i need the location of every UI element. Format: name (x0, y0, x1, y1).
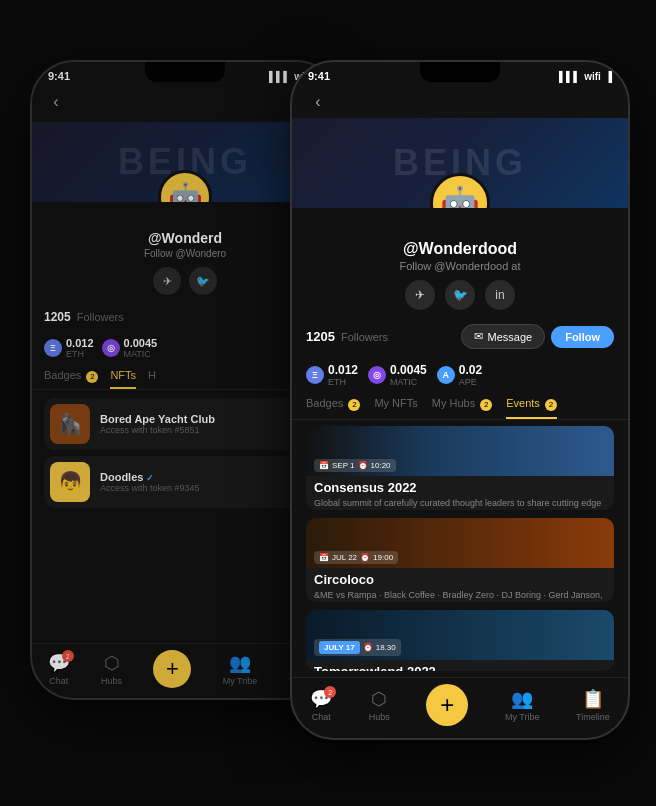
message-button[interactable]: ✉ Message (461, 324, 546, 349)
calendar-icon: 📅 (319, 461, 329, 470)
front-hubs-icon: ⬡ (371, 688, 387, 710)
back-eth-icon: Ξ (44, 339, 62, 357)
event-consensus-title: Consensus 2022 (306, 476, 614, 497)
front-tabs: Badges 2 My NFTs My Hubs 2 Events 2 (292, 393, 628, 420)
back-hubs-label: Hubs (101, 676, 122, 686)
nft-item-bored-ape[interactable]: 🦍 Bored Ape Yacht Club Access with token… (44, 398, 326, 450)
signal-icon: ▌▌▌ (269, 71, 290, 82)
back-nav-plus[interactable]: + (153, 650, 191, 688)
nft-info-doodles: Doodles ✓ Access with token #9345 (100, 471, 320, 493)
event-tomorrowland-date: JULY 17 ⏰ 18.30 (314, 639, 401, 656)
back-notch (145, 62, 225, 82)
front-tab-badges[interactable]: Badges 2 (306, 397, 360, 419)
nft-token-ape: Access with token #5851 (100, 425, 320, 435)
front-twitter-btn[interactable]: 🐦 (445, 280, 475, 310)
front-eth: Ξ 0.012 ETH (306, 363, 358, 387)
front-social-icons: ✈ 🐦 in (306, 280, 614, 310)
event-circoloco[interactable]: 📅 JUL 22 ⏰ 19:00 Circoloco &ME vs Rampa … (306, 518, 614, 602)
event-consensus-date: 📅 SEP 1 ⏰ 10:20 (314, 459, 396, 472)
nft-name-doodles: Doodles ✓ (100, 471, 320, 483)
back-twitter-btn[interactable]: 🐦 (189, 267, 217, 295)
event-tomorrowland-title: Tomorrowland 2022 (306, 660, 614, 671)
clock-icon: ⏰ (358, 461, 368, 470)
back-mytribe-icon: 👥 (229, 652, 251, 674)
front-nav-chat[interactable]: 💬 2 Chat (310, 688, 332, 722)
front-telegram-btn[interactable]: ✈ (405, 280, 435, 310)
front-status-icons: ▌▌▌ wifi ▐ (559, 71, 612, 82)
front-nav-mytribe[interactable]: 👥 My Tribe (505, 688, 540, 722)
front-matic: ◎ 0.0045 MATIC (368, 363, 427, 387)
back-eth-label: ETH (66, 349, 94, 359)
front-matic-icon: ◎ (368, 366, 386, 384)
front-eth-value: 0.012 (328, 363, 358, 377)
back-nav-hubs[interactable]: ⬡ Hubs (101, 652, 122, 686)
hubs-badge: 2 (480, 399, 492, 411)
circoloco-date: JUL 22 (332, 553, 357, 562)
front-timeline-label: Timeline (576, 712, 610, 722)
front-eth-label: ETH (328, 377, 358, 387)
nft-thumb-doodles: 👦 (50, 462, 90, 502)
front-signal-icon: ▌▌▌ (559, 71, 580, 82)
back-telegram-btn[interactable]: ✈ (153, 267, 181, 295)
back-eth: Ξ 0.012 ETH (44, 337, 94, 359)
back-eth-value: 0.012 (66, 337, 94, 349)
event-consensus[interactable]: 📅 SEP 1 ⏰ 10:20 Consensus 2022 Global su… (306, 426, 614, 510)
clk-icon-2: ⏰ (360, 553, 370, 562)
front-nav-timeline[interactable]: 📋 Timeline (576, 688, 610, 722)
front-ape: A 0.02 APE (437, 363, 482, 387)
back-followers-count: 1205 (44, 310, 71, 324)
tomorrowland-time: 18.30 (376, 643, 396, 652)
front-followers-label: Followers (341, 331, 455, 343)
back-tab-h[interactable]: H (148, 369, 156, 389)
front-ape-icon: A (437, 366, 455, 384)
front-tab-events[interactable]: Events 2 (506, 397, 557, 419)
back-nav-mytribe[interactable]: 👥 My Tribe (223, 652, 258, 686)
follow-button[interactable]: Follow (551, 326, 614, 348)
front-phone: 9:41 ▌▌▌ wifi ▐ ‹ BEING 🤖 (290, 60, 630, 740)
events-list: 📅 SEP 1 ⏰ 10:20 Consensus 2022 Global su… (292, 420, 628, 678)
front-ape-label: APE (459, 377, 482, 387)
back-nav-chat[interactable]: 💬 2 Chat (48, 652, 70, 686)
back-button[interactable]: ‹ (44, 90, 68, 114)
back-chat-label: Chat (49, 676, 68, 686)
consensus-date: SEP 1 (332, 461, 355, 470)
event-tomorrowland[interactable]: JULY 17 ⏰ 18.30 Tomorrowland 2022 Tomorr… (306, 610, 614, 671)
front-followers-count: 1205 (306, 329, 335, 344)
front-followers-row: 1205 Followers ✉ Message Follow (292, 316, 628, 357)
front-header: ‹ (292, 86, 628, 118)
nft-token-doodles: Access with token #9345 (100, 483, 320, 493)
back-followers-label: Followers (77, 311, 124, 323)
back-matic-label: MATIC (124, 349, 158, 359)
front-tab-mynfts[interactable]: My NFTs (374, 397, 417, 419)
front-nav-hubs[interactable]: ⬡ Hubs (369, 688, 390, 722)
front-follow-text: Follow @Wonderdood at (306, 260, 614, 272)
front-wifi-icon: wifi (584, 71, 601, 82)
message-icon: ✉ (474, 330, 483, 343)
back-matic-value: 0.0045 (124, 337, 158, 349)
front-back-button[interactable]: ‹ (306, 90, 330, 114)
back-matic: ◎ 0.0045 MATIC (102, 337, 158, 359)
front-mytribe-icon: 👥 (511, 688, 533, 710)
front-linkedin-btn[interactable]: in (485, 280, 515, 310)
event-consensus-desc: Global summit of carefully curated thoug… (306, 497, 614, 510)
back-time: 9:41 (48, 70, 70, 82)
front-mytribe-label: My Tribe (505, 712, 540, 722)
circoloco-time: 19:00 (373, 553, 393, 562)
events-badge: 2 (545, 399, 557, 411)
back-follow-text: Follow @Wondero (44, 248, 326, 259)
back-tab-badges[interactable]: Badges 2 (44, 369, 98, 389)
front-username: @Wonderdood (306, 240, 614, 258)
front-chat-icon-wrap: 💬 2 (310, 688, 332, 710)
front-notch (420, 62, 500, 82)
back-tab-nfts[interactable]: NFTs (110, 369, 136, 389)
front-matic-label: MATIC (390, 377, 427, 387)
message-label: Message (488, 331, 533, 343)
front-cover: BEING 🤖 (292, 118, 628, 208)
nft-item-doodles[interactable]: 👦 Doodles ✓ Access with token #9345 (44, 456, 326, 508)
front-tab-myhubs[interactable]: My Hubs 2 (432, 397, 492, 419)
front-nav-plus[interactable]: + (426, 684, 468, 726)
nft-info-ape: Bored Ape Yacht Club Access with token #… (100, 413, 320, 435)
front-matic-value: 0.0045 (390, 363, 427, 377)
event-circoloco-banner: 📅 JUL 22 ⏰ 19:00 (306, 518, 614, 568)
front-phone-content: 9:41 ▌▌▌ wifi ▐ ‹ BEING 🤖 (292, 62, 628, 738)
